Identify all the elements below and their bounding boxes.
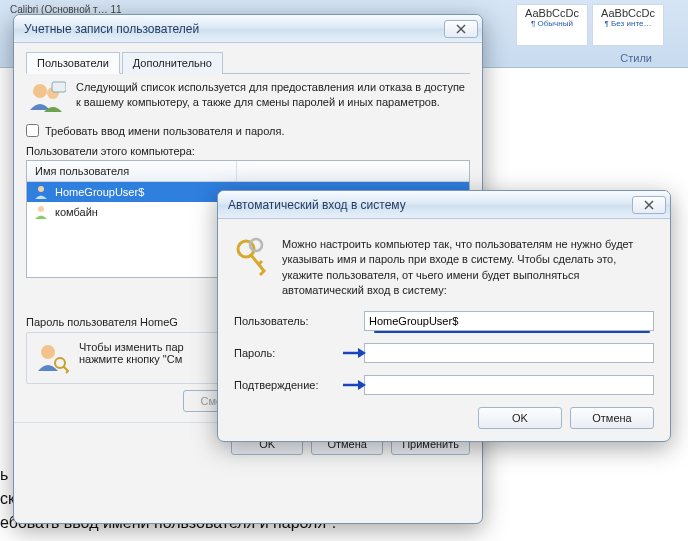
svg-marker-9	[358, 348, 366, 358]
svg-point-4	[38, 206, 44, 212]
require-credentials-label: Требовать ввод имени пользователя и паро…	[45, 125, 284, 137]
svg-point-3	[38, 186, 44, 192]
styles-gallery: AaBbCcDc ¶ Обычный AaBbCcDc ¶ Без инте…	[516, 4, 664, 46]
autologon-dialog: Автоматический вход в систему Можно наст…	[217, 190, 671, 442]
ok-button[interactable]: OK	[478, 407, 562, 429]
password-hint-line2: нажмите кнопку "См	[79, 353, 184, 365]
close-icon[interactable]	[444, 20, 478, 38]
password-input[interactable]	[364, 343, 654, 363]
password-hint-line1: Чтобы изменить пар	[79, 341, 184, 353]
user-label: Пользователь:	[234, 315, 364, 327]
style-no-spacing[interactable]: AaBbCcDc ¶ Без инте…	[592, 4, 664, 46]
user-accounts-titlebar[interactable]: Учетные записи пользователей	[14, 15, 482, 43]
users-list-label: Пользователи этого компьютера:	[26, 145, 470, 157]
dialog-buttons: OK Отмена	[234, 407, 654, 429]
users-icon	[26, 80, 66, 114]
user-row: Пользователь:	[234, 311, 654, 331]
svg-marker-10	[358, 380, 366, 390]
style-normal[interactable]: AaBbCcDc ¶ Обычный	[516, 4, 588, 46]
tabs: Пользователи Дополнительно	[26, 51, 470, 74]
svg-rect-2	[52, 82, 66, 92]
user-icon	[33, 204, 49, 220]
user-key-icon	[35, 341, 69, 375]
styles-group-label: Стили	[620, 52, 652, 64]
close-icon[interactable]	[632, 196, 666, 214]
password-row: Пароль:	[234, 343, 654, 363]
tab-users[interactable]: Пользователи	[26, 52, 120, 74]
confirm-input[interactable]	[364, 375, 654, 395]
user-input[interactable]	[364, 311, 654, 331]
annotation-underline	[374, 331, 650, 333]
list-item-label: HomeGroupUser$	[55, 186, 144, 198]
require-credentials-checkbox[interactable]	[26, 124, 39, 137]
users-list-header: Имя пользователя	[27, 161, 469, 182]
annotation-arrow-icon	[342, 378, 366, 392]
autologon-titlebar[interactable]: Автоматический вход в систему	[218, 191, 670, 219]
user-icon	[33, 184, 49, 200]
confirm-row: Подтверждение:	[234, 375, 654, 395]
tab-advanced[interactable]: Дополнительно	[122, 52, 223, 74]
cancel-button[interactable]: Отмена	[570, 407, 654, 429]
svg-point-0	[33, 84, 47, 98]
svg-point-5	[41, 345, 55, 359]
annotation-arrow-icon	[342, 346, 366, 360]
keys-icon	[234, 237, 270, 277]
autologon-intro: Можно настроить компьютер так, что польз…	[282, 237, 654, 299]
intro-text: Следующий список используется для предос…	[76, 80, 470, 114]
dialog-title: Автоматический вход в систему	[228, 198, 406, 212]
dialog-title: Учетные записи пользователей	[24, 22, 199, 36]
list-item-label: комбайн	[55, 206, 98, 218]
col-username[interactable]: Имя пользователя	[27, 161, 237, 181]
